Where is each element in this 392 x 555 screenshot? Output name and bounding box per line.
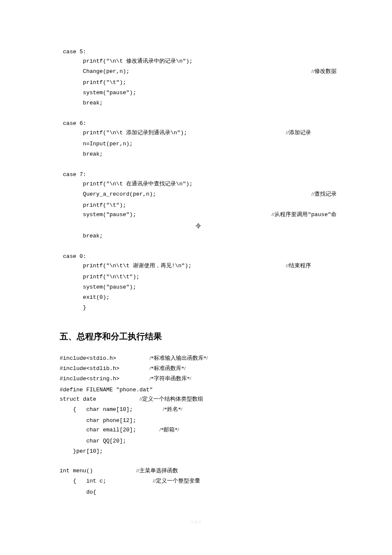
code-comment: /*字符串函数库*/: [150, 375, 191, 382]
code-case6-header: case 6:: [60, 119, 337, 129]
prog-l6: { char name[10]; /*姓名*/: [60, 405, 337, 416]
code-comment: /*姓名*/: [163, 405, 182, 413]
code-case5-l4: system("pause");: [60, 88, 337, 98]
code-fragment: \n");: [170, 130, 187, 136]
code-case0-l1: printf("\n\t\t 谢谢使用，再见!\n"); //结束程序: [60, 262, 337, 272]
code-case6-l2: n=Input(per,n);: [60, 139, 337, 149]
code-case7-l3: printf("\t");: [60, 200, 337, 211]
code-fragment: char email[20];: [60, 427, 159, 433]
code-case5-l2: Change(per,n); //修改数据: [60, 67, 337, 78]
prog-l7: char phone[12];: [60, 416, 337, 426]
code-comment-continuation: 令: [60, 221, 337, 231]
code-comment: /*邮箱*/: [159, 426, 179, 434]
code-comment: //主菜单选择函数: [136, 467, 178, 474]
code-case6-l1: printf("\n\t 添加记录到通讯录\n"); //添加记录: [60, 129, 337, 139]
code-string-cjk: 在通讯录中查找记录: [126, 180, 176, 187]
code-comment: //添加记录: [187, 129, 337, 136]
document-page: case 5: printf("\n\t 修改通讯录中的记录\n"); Chan…: [0, 0, 392, 555]
code-fragment: { int c;: [60, 478, 153, 484]
code-comment: //修改数据: [130, 67, 337, 75]
prog-l10: }per[10];: [60, 446, 337, 457]
code-comment: /*标准函数库*/: [150, 364, 186, 372]
code-string-cjk: 添加记录到通讯录: [126, 129, 170, 136]
prog-l2: #include<stdlib.h> /*标准函数库*/: [60, 364, 337, 375]
code-case0-l2: printf("\n\t\t");: [60, 272, 337, 282]
code-comment-split: //从程序里调用"pause"命: [136, 211, 337, 218]
code-fragment: !\n");: [172, 263, 192, 269]
prog-l4: #define FILENAME "phone.dat": [60, 385, 337, 395]
code-case0-l4: exit(0);: [60, 292, 337, 303]
code-fragment: Query_a_record(per,n);: [60, 191, 156, 197]
code-fragment: \n");: [176, 58, 193, 64]
prog-l8: char email[20]; /*邮箱*/: [60, 426, 337, 436]
code-fragment: #include<stdio.h>: [60, 355, 150, 361]
code-comment: /*标准输入输出函数库*/: [150, 354, 208, 362]
code-case0-l3: system("pause");: [60, 282, 337, 292]
prog-l9: char QQ[20];: [60, 436, 337, 446]
prog-l12: { int c; //定义一个整型变量: [60, 477, 337, 487]
code-comment: //定义一个整型变量: [153, 477, 200, 485]
code-case7-l4: system("pause"); //从程序里调用"pause"命: [60, 211, 337, 221]
prog-l11: int menu() //主菜单选择函数: [60, 467, 337, 477]
code-fragment: \n");: [176, 181, 193, 187]
code-string-cjk: 谢谢使用，再见: [133, 262, 172, 269]
code-case0-header: case 0:: [60, 251, 337, 262]
code-fragment: system("pause");: [60, 211, 136, 218]
code-case5-l5: break;: [60, 98, 337, 108]
code-case7-l2: Query_a_record(per,n); //查找记录: [60, 190, 337, 200]
code-fragment: Change(per,n);: [60, 68, 130, 75]
prog-l1: #include<stdio.h> /*标准输入输出函数库*/: [60, 354, 337, 364]
code-comment: //定义一个结构体类型数组: [139, 395, 203, 403]
code-case6-l3: break;: [60, 149, 337, 159]
code-case7-header: case 7:: [60, 170, 337, 180]
code-fragment: struct date: [60, 396, 139, 402]
code-fragment: printf("\n\t: [60, 58, 126, 64]
code-comment: //结束程序: [191, 262, 337, 269]
code-comment: //查找记录: [156, 190, 337, 198]
page-footer-watermark: 可编辑: [0, 520, 392, 524]
section-heading: 五、总程序和分工执行结果: [60, 331, 337, 342]
prog-l13: do{: [60, 487, 337, 497]
code-case0-l5: }: [60, 303, 337, 313]
code-fragment: #include<string.h>: [60, 376, 150, 382]
code-fragment: printf("\n\t\t: [60, 263, 133, 269]
code-fragment: int menu(): [60, 468, 136, 474]
code-fragment: printf("\n\t: [60, 181, 126, 187]
code-case5-l1: printf("\n\t 修改通讯录中的记录\n");: [60, 57, 337, 67]
code-case5-l3: printf("\t");: [60, 78, 337, 88]
code-fragment: { char name[10];: [60, 406, 163, 413]
prog-l5: struct date //定义一个结构体类型数组: [60, 395, 337, 405]
code-case7-l5: break;: [60, 231, 337, 241]
code-case7-l1: printf("\n\t 在通讯录中查找记录\n");: [60, 180, 337, 190]
code-fragment: printf("\n\t: [60, 130, 126, 136]
code-string-cjk: 修改通讯录中的记录: [126, 58, 176, 64]
code-case5-header: case 5:: [60, 47, 337, 57]
code-fragment: #include<stdlib.h>: [60, 365, 150, 372]
prog-l3: #include<string.h> /*字符串函数库*/: [60, 375, 337, 385]
